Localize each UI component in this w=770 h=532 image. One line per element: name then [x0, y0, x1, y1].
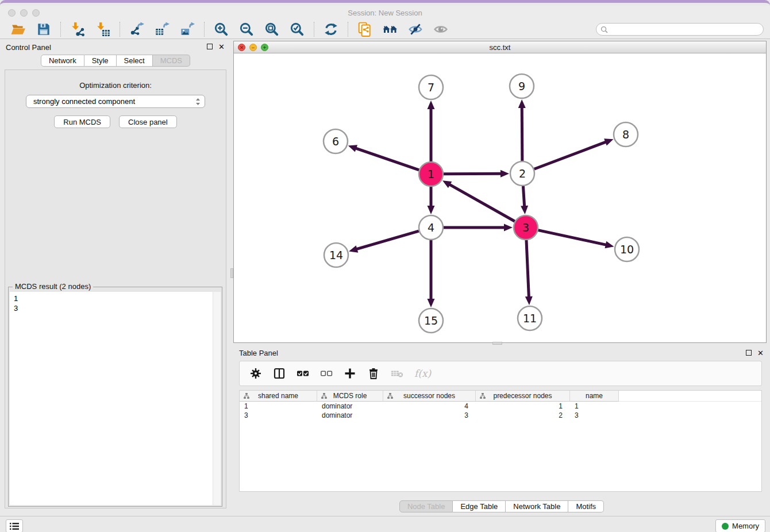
deselect-all-columns-icon[interactable]: [320, 367, 333, 380]
optimization-criterion-label: Optimization criterion:: [5, 81, 226, 90]
export-network-icon[interactable]: [129, 22, 144, 37]
column-header-name[interactable]: name: [570, 391, 619, 402]
import-table-icon[interactable]: [95, 22, 110, 37]
graph-edge-2-8[interactable]: [534, 141, 607, 169]
table-cell[interactable]: dominator: [317, 411, 383, 420]
tab-edge-table[interactable]: Edge Table: [453, 500, 506, 512]
column-header-mcds-role[interactable]: MCDS role: [317, 391, 383, 402]
control-panel-title: Control Panel: [6, 43, 51, 52]
mcds-result-title: MCDS result (2 nodes): [13, 282, 93, 291]
dropdown-stepper-icon: [195, 97, 201, 106]
column-header-successor-nodes[interactable]: successor nodes: [383, 391, 476, 402]
select-all-columns-icon[interactable]: [297, 367, 309, 380]
zoom-in-icon[interactable]: [214, 22, 229, 37]
graph-edge-arrowhead: [521, 206, 528, 214]
column-header-filler: [619, 391, 761, 402]
graph-edge-1-2[interactable]: [444, 174, 502, 174]
result-scrollbar[interactable]: [213, 292, 221, 505]
graph-node-label: 9: [518, 80, 525, 92]
tab-node-table[interactable]: Node Table: [399, 500, 453, 512]
export-image-icon[interactable]: [180, 22, 195, 37]
network-view-window: ✕ − + scc.txt 7968124314101511: [233, 41, 767, 343]
table-row[interactable]: 1dominator411: [240, 402, 761, 411]
app-titlebar: Session: New Session: [0, 6, 770, 20]
fit-content-icon[interactable]: [264, 22, 279, 37]
network-canvas[interactable]: 7968124314101511: [234, 54, 766, 342]
toolbar-separator: [120, 22, 120, 37]
tab-select[interactable]: Select: [117, 55, 153, 67]
zoom-selected-icon[interactable]: [290, 22, 305, 37]
table-cell[interactable]: 3: [570, 411, 619, 420]
show-selected-icon[interactable]: [433, 22, 448, 37]
tab-motifs[interactable]: Motifs: [568, 500, 604, 512]
tab-network-table[interactable]: Network Table: [506, 500, 568, 512]
graph-edge-2-3[interactable]: [523, 186, 524, 207]
table-toolbar: f(x): [239, 361, 762, 386]
column-header-label: shared name: [258, 392, 298, 400]
graph-edge-3-10[interactable]: [538, 230, 607, 245]
table-cell[interactable]: 2: [476, 411, 570, 420]
toolbar-separator: [348, 22, 348, 37]
node-table: shared nameMCDS rolesuccessor nodesprede…: [239, 390, 762, 492]
close-panel-button[interactable]: Close panel: [119, 115, 177, 128]
delete-column-icon[interactable]: [367, 367, 380, 380]
main-toolbar: [0, 20, 770, 39]
clone-network-icon[interactable]: [357, 22, 372, 37]
vertical-splitter-grip[interactable]: [230, 268, 233, 278]
horizontal-splitter-grip[interactable]: [492, 342, 502, 345]
export-table-icon[interactable]: [155, 22, 170, 37]
delete-table-icon[interactable]: [391, 367, 403, 380]
table-cell[interactable]: 3: [240, 411, 317, 420]
float-panel-icon[interactable]: [207, 44, 213, 49]
toolbar-separator: [60, 22, 61, 37]
table-cell[interactable]: dominator: [317, 402, 383, 411]
refresh-layout-icon[interactable]: [324, 22, 338, 37]
search-box: [596, 23, 764, 36]
close-table-panel-icon[interactable]: ✕: [757, 349, 764, 357]
mcds-result-line: 1: [14, 294, 209, 303]
graph-node-label: 1: [428, 168, 434, 180]
network-window-titlebar: ✕ − + scc.txt: [234, 41, 766, 53]
hide-selected-icon[interactable]: [408, 22, 423, 37]
float-table-panel-icon[interactable]: [746, 350, 752, 356]
panel-menu-button[interactable]: [6, 519, 23, 532]
session-title: Session: New Session: [0, 9, 770, 17]
criterion-dropdown[interactable]: strongly connected component: [26, 95, 205, 108]
memory-button[interactable]: Memory: [715, 519, 765, 532]
column-tree-icon: [243, 392, 250, 399]
open-session-icon[interactable]: [11, 22, 26, 37]
graph-edge-1-6[interactable]: [355, 148, 419, 169]
table-cell[interactable]: 1: [476, 402, 570, 411]
column-header-label: successor nodes: [403, 392, 455, 400]
function-builder-icon[interactable]: f(x): [414, 367, 431, 380]
zoom-out-icon[interactable]: [239, 22, 254, 37]
graph-edge-2-9[interactable]: [522, 106, 522, 161]
add-column-icon[interactable]: [344, 367, 356, 380]
table-panel: Table Panel ✕: [233, 345, 770, 514]
column-layout-icon[interactable]: [273, 367, 286, 380]
graph-edge-arrowhead: [428, 299, 435, 307]
table-cell[interactable]: 1: [570, 402, 619, 411]
table-cell[interactable]: 1: [240, 402, 317, 411]
close-panel-icon[interactable]: ✕: [218, 43, 225, 51]
table-cell[interactable]: 3: [383, 411, 476, 420]
table-cell[interactable]: 4: [383, 402, 476, 411]
run-mcds-button[interactable]: Run MCDS: [54, 115, 110, 128]
tab-network[interactable]: Network: [41, 55, 84, 67]
table-row[interactable]: 3dominator323: [240, 411, 761, 420]
graph-edge-3-11[interactable]: [526, 240, 529, 298]
column-header-shared-name[interactable]: shared name: [240, 391, 317, 402]
search-input[interactable]: [611, 25, 763, 33]
tab-style[interactable]: Style: [84, 55, 117, 67]
column-settings-icon[interactable]: [249, 367, 262, 380]
column-header-predecessor-nodes[interactable]: predecessor nodes: [476, 391, 570, 402]
tab-mcds[interactable]: MCDS: [153, 55, 190, 67]
graph-edge-3-1[interactable]: [448, 184, 514, 221]
search-icon: [600, 26, 608, 33]
graph-edge-arrowhead: [428, 206, 435, 214]
save-session-icon[interactable]: [36, 22, 51, 37]
graph-edge-4-14[interactable]: [356, 231, 419, 249]
import-network-icon[interactable]: [70, 22, 85, 37]
control-panel-tabs: NetworkStyleSelectMCDS: [0, 55, 231, 67]
show-all-networks-icon[interactable]: [383, 22, 398, 37]
